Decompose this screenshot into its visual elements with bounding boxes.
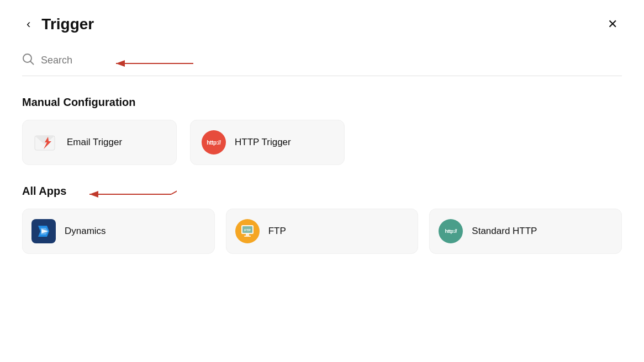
email-trigger-icon bbox=[34, 130, 58, 155]
svg-point-0 bbox=[23, 54, 31, 62]
http-trigger-label: HTTP Trigger bbox=[235, 137, 291, 148]
header: ‹ Trigger ✕ bbox=[22, 0, 622, 44]
dynamics-app-card[interactable]: Dynamics bbox=[22, 209, 215, 254]
ftp-icon: FTP bbox=[235, 219, 260, 243]
svg-rect-17 bbox=[246, 234, 249, 236]
http-trigger-card[interactable]: http:// HTTP Trigger bbox=[190, 120, 345, 165]
ftp-app-card[interactable]: FTP FTP bbox=[226, 209, 419, 254]
search-arrow-annotation bbox=[110, 55, 199, 72]
manual-config-section: Manual Configuration Email bbox=[22, 96, 622, 165]
http-trigger-icon-text: http:// bbox=[207, 140, 221, 146]
svg-text:FTP: FTP bbox=[244, 228, 250, 232]
ftp-label: FTP bbox=[268, 226, 286, 237]
close-button[interactable]: ✕ bbox=[603, 16, 622, 33]
manual-config-title: Manual Configuration bbox=[22, 96, 622, 109]
search-icon bbox=[22, 53, 34, 68]
search-row bbox=[22, 53, 622, 76]
search-divider bbox=[22, 76, 622, 76]
svg-line-1 bbox=[31, 62, 34, 65]
standard-http-icon-text: http:// bbox=[445, 228, 457, 234]
trigger-cards-row: Email Trigger http:// HTTP Trigger bbox=[22, 120, 622, 165]
page-title: Trigger bbox=[41, 15, 94, 33]
svg-rect-18 bbox=[244, 236, 251, 237]
page-container: ‹ Trigger ✕ bbox=[0, 0, 644, 362]
all-apps-section: All Apps bbox=[22, 185, 622, 254]
all-apps-title: All Apps bbox=[22, 185, 66, 198]
header-left: ‹ Trigger bbox=[22, 15, 94, 33]
standard-http-app-card[interactable]: http:// Standard HTTP bbox=[429, 209, 622, 254]
back-button[interactable]: ‹ bbox=[22, 16, 35, 33]
email-trigger-card[interactable]: Email Trigger bbox=[22, 120, 177, 165]
http-trigger-icon: http:// bbox=[202, 130, 226, 155]
all-apps-title-row: All Apps bbox=[22, 185, 622, 198]
standard-http-label: Standard HTTP bbox=[472, 226, 537, 237]
search-area bbox=[22, 53, 622, 76]
standard-http-icon: http:// bbox=[439, 219, 463, 243]
dynamics-label: Dynamics bbox=[65, 226, 106, 237]
all-apps-arrow-annotation bbox=[88, 186, 177, 203]
email-trigger-label: Email Trigger bbox=[67, 137, 122, 148]
app-cards-row: Dynamics FTP FTP bbox=[22, 209, 622, 254]
svg-line-10 bbox=[171, 186, 177, 194]
dynamics-icon bbox=[31, 219, 56, 243]
